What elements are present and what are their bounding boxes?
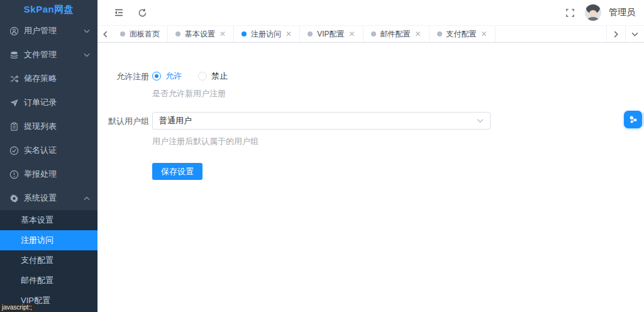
tab-close-icon[interactable]: ✕	[415, 30, 421, 38]
tabs-scroll-left-icon[interactable]	[97, 26, 113, 42]
sidebar-item-7[interactable]: 系统设置	[0, 186, 97, 210]
chevron-up-icon	[84, 196, 90, 201]
tabs-bar-right	[606, 26, 644, 42]
main-area: 管理员 面板首页基本设置✕注册访问✕VIP配置✕邮件配置✕支付配置✕ 允许注册	[97, 0, 644, 312]
chevron-down-icon	[477, 118, 484, 123]
default-group-help: 用户注册后默认属于的用户组	[152, 136, 491, 147]
tabs-container: 面板首页基本设置✕注册访问✕VIP配置✕邮件配置✕支付配置✕	[113, 26, 606, 42]
radio-allow-circle[interactable]	[152, 72, 161, 81]
report-info-icon	[9, 169, 19, 179]
sidebar-item-label: 提现列表	[24, 121, 90, 132]
tab-1[interactable]: 基本设置✕	[168, 26, 234, 42]
chevron-down-icon	[84, 53, 90, 57]
sidebar-item-2[interactable]: 储存策略	[0, 67, 97, 91]
sidebar-item-label: 系统设置	[24, 192, 84, 204]
storage-policy-icon	[9, 74, 19, 84]
withdraw-list-icon	[9, 121, 19, 131]
tab-label: 注册访问	[251, 29, 281, 40]
tab-label: 基本设置	[185, 29, 215, 40]
allow-register-help: 是否允许新用户注册	[152, 89, 228, 99]
order-record-icon	[9, 98, 19, 108]
allow-register-label: 允许注册	[101, 70, 149, 99]
radio-forbid-circle[interactable]	[198, 72, 207, 81]
sidebar-item-label: 储存策略	[24, 73, 90, 84]
default-group-select[interactable]: 普通用户	[152, 112, 491, 130]
submenu-item-1[interactable]: 注册访问	[0, 230, 97, 250]
tab-3[interactable]: VIP配置✕	[300, 26, 363, 42]
tab-5[interactable]: 支付配置✕	[430, 26, 496, 42]
user-avatar[interactable]	[585, 4, 601, 21]
default-group-value: 普通用户	[159, 115, 477, 126]
tab-dot	[308, 31, 313, 36]
fullscreen-icon[interactable]	[563, 6, 577, 20]
refresh-icon[interactable]	[135, 6, 150, 20]
default-group-label: 默认用户组	[101, 112, 149, 147]
tab-label: 支付配置	[447, 29, 477, 40]
allow-register-radio-group: 允许 禁止	[152, 70, 228, 82]
tab-label: 面板首页	[130, 29, 160, 40]
sidebar-submenu: 基本设置注册访问支付配置邮件配置VIP配置	[0, 210, 97, 312]
sidebar-item-5[interactable]: 实名认证	[0, 138, 97, 162]
sidebar: SkPan网盘 用户管理文件管理储存策略订单记录提现列表实名认证举报处理系统设置…	[0, 0, 97, 312]
submenu-item-2[interactable]: 支付配置	[0, 250, 97, 270]
tabs-menu-chevron-down-icon[interactable]	[625, 26, 644, 42]
sidebar-item-label: 实名认证	[24, 145, 90, 156]
tab-dot	[120, 31, 125, 36]
default-group-row: 默认用户组 普通用户 用户注册后默认属于的用户组	[101, 112, 644, 147]
app-root: SkPan网盘 用户管理文件管理储存策略订单记录提现列表实名认证举报处理系统设置…	[0, 0, 644, 312]
sidebar-item-0[interactable]: 用户管理	[0, 19, 97, 43]
radio-forbid[interactable]: 禁止	[198, 70, 228, 82]
sidebar-menu: 用户管理文件管理储存策略订单记录提现列表实名认证举报处理系统设置	[0, 19, 97, 210]
layers-icon	[9, 50, 19, 60]
radio-allow[interactable]: 允许	[152, 70, 182, 82]
header-right: 管理员	[563, 4, 635, 21]
tab-label: 邮件配置	[380, 29, 411, 40]
sidebar-fold-icon[interactable]	[111, 5, 126, 20]
tab-close-icon[interactable]: ✕	[286, 30, 292, 38]
tab-4[interactable]: 邮件配置✕	[364, 26, 430, 42]
sidebar-item-label: 订单记录	[24, 97, 90, 108]
sidebar-item-3[interactable]: 订单记录	[0, 91, 97, 114]
radio-allow-label: 允许	[165, 70, 182, 82]
sidebar-item-6[interactable]: 举报处理	[0, 162, 97, 186]
allow-register-row: 允许注册 允许 禁止 是否允许新用户注册	[101, 70, 644, 99]
cloud-share-float-button[interactable]	[624, 111, 642, 128]
tabs-bar: 面板首页基本设置✕注册访问✕VIP配置✕邮件配置✕支付配置✕	[97, 26, 644, 43]
sidebar-item-label: 举报处理	[24, 169, 90, 180]
sidebar-item-label: 用户管理	[24, 25, 84, 36]
tab-label: VIP配置	[317, 29, 344, 40]
tab-2[interactable]: 注册访问✕	[234, 26, 300, 42]
sidebar-item-1[interactable]: 文件管理	[0, 43, 97, 67]
sidebar-item-4[interactable]: 提现列表	[0, 114, 97, 138]
tab-close-icon[interactable]: ✕	[219, 30, 226, 38]
tab-close-icon[interactable]: ✕	[348, 30, 355, 38]
tab-dot	[437, 31, 442, 36]
tabs-scroll-right-icon[interactable]	[606, 26, 625, 42]
user-name[interactable]: 管理员	[609, 7, 635, 18]
gear-icon	[9, 193, 19, 203]
submenu-item-0[interactable]: 基本设置	[0, 210, 97, 230]
radio-forbid-label: 禁止	[211, 70, 228, 82]
tab-0[interactable]: 面板首页	[113, 26, 168, 42]
save-settings-button[interactable]: 保存设置	[152, 163, 203, 180]
top-header: 管理员	[97, 0, 644, 26]
tab-dot	[371, 31, 376, 36]
user-circle-icon	[9, 26, 19, 36]
tab-dot	[175, 31, 180, 36]
tab-close-icon[interactable]: ✕	[481, 30, 487, 38]
verified-check-icon	[9, 145, 19, 155]
link-status-tooltip: javascript:;	[0, 303, 35, 312]
submenu-item-3[interactable]: 邮件配置	[0, 270, 97, 291]
sidebar-item-label: 文件管理	[24, 49, 84, 60]
chevron-down-icon	[84, 29, 90, 33]
settings-form: 允许注册 允许 禁止 是否允许新用户注册	[97, 43, 644, 312]
tab-dot	[242, 31, 247, 36]
app-logo: SkPan网盘	[0, 0, 97, 19]
